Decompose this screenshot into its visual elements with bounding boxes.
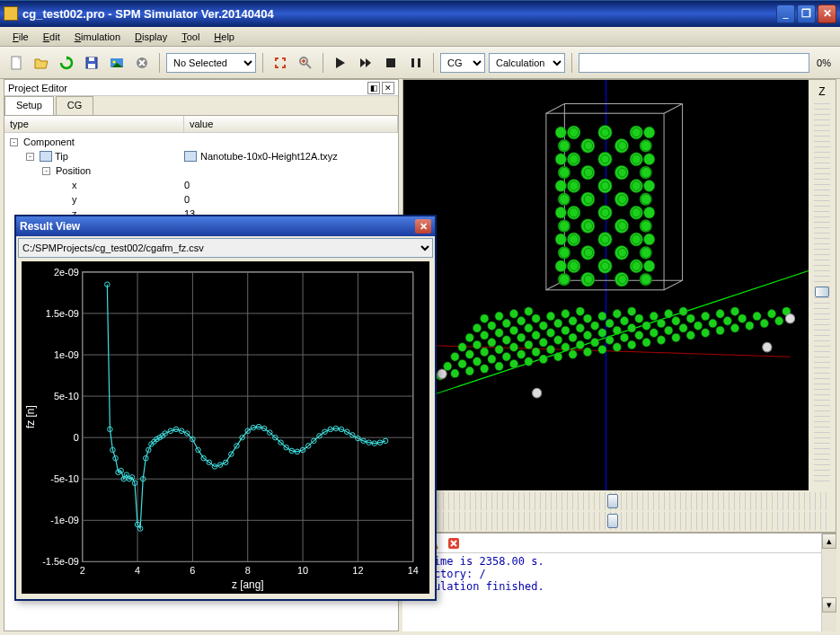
- svg-point-123: [569, 350, 577, 359]
- svg-point-221: [525, 307, 533, 316]
- svg-point-150: [620, 333, 628, 342]
- tab-cg[interactable]: CG: [56, 96, 94, 115]
- minimize-button[interactable]: _: [776, 4, 795, 23]
- tree-row[interactable]: x0: [4, 178, 398, 192]
- z-slider[interactable]: [814, 103, 830, 485]
- x-slider[interactable]: [411, 492, 828, 510]
- result-plot[interactable]: 2468101214-1.5e-09-1e-09-5e-1005e-101e-0…: [22, 261, 429, 594]
- svg-point-210: [473, 324, 481, 333]
- svg-point-55: [570, 181, 579, 190]
- new-button[interactable]: [5, 52, 27, 74]
- svg-text:10: 10: [297, 565, 308, 576]
- svg-point-172: [598, 329, 606, 338]
- svg-point-24: [601, 128, 609, 137]
- open-button[interactable]: [31, 52, 52, 74]
- console-scrollbar[interactable]: ▴ ▾: [821, 534, 836, 631]
- svg-point-112: [618, 275, 626, 284]
- svg-point-78: [560, 221, 570, 232]
- fastforward-button[interactable]: [355, 52, 376, 74]
- result-view-close-button[interactable]: ✕: [415, 219, 431, 234]
- y-slider[interactable]: [411, 512, 828, 530]
- svg-point-40: [601, 154, 609, 163]
- svg-point-177: [672, 317, 680, 326]
- svg-point-50: [644, 181, 655, 192]
- svg-point-173: [613, 326, 621, 335]
- svg-point-34: [644, 154, 655, 165]
- pause-button[interactable]: [405, 52, 427, 74]
- close-button[interactable]: ✕: [818, 4, 836, 23]
- tab-setup[interactable]: Setup: [4, 96, 54, 115]
- menu-tool[interactable]: Tool: [174, 30, 207, 44]
- svg-text:4: 4: [135, 565, 140, 576]
- dock-button[interactable]: ◧: [367, 82, 380, 94]
- svg-point-193: [620, 317, 628, 326]
- svg-point-32: [618, 141, 626, 150]
- result-file-dropdown[interactable]: C:/SPMProjects/cg_test002/cgafm_fz.csv: [18, 238, 433, 258]
- svg-point-170: [569, 333, 577, 342]
- svg-text:0: 0: [74, 432, 79, 443]
- svg-point-146: [561, 343, 570, 352]
- menu-simulation[interactable]: Simulation: [67, 30, 128, 44]
- svg-point-176: [657, 319, 665, 328]
- svg-point-198: [465, 333, 473, 342]
- svg-point-157: [723, 317, 731, 326]
- svg-point-201: [509, 326, 517, 335]
- menu-file[interactable]: File: [5, 30, 36, 44]
- svg-point-163: [465, 350, 473, 359]
- svg-point-139: [458, 359, 466, 368]
- tree-row[interactable]: -Position: [4, 163, 398, 178]
- zoom-reset-button[interactable]: [270, 52, 291, 74]
- svg-point-64: [618, 195, 626, 204]
- solver-dropdown[interactable]: CG: [440, 53, 485, 73]
- svg-point-129: [657, 336, 665, 345]
- svg-point-205: [569, 317, 577, 326]
- svg-point-134: [730, 324, 738, 333]
- svg-point-174: [628, 324, 636, 333]
- mode-dropdown[interactable]: Calculation: [489, 53, 565, 73]
- svg-point-185: [502, 336, 510, 345]
- svg-point-54: [555, 181, 566, 192]
- svg-point-102: [555, 260, 566, 272]
- play-button[interactable]: [330, 52, 351, 74]
- svg-point-30: [560, 141, 570, 152]
- menu-edit[interactable]: Edit: [36, 30, 67, 44]
- svg-point-130: [672, 333, 680, 342]
- zoom-in-button[interactable]: [295, 52, 316, 74]
- console-output[interactable]: PU time is 2358.00 s.directory: / calcul…: [402, 553, 821, 631]
- svg-point-121: [539, 355, 547, 364]
- menu-help[interactable]: Help: [207, 30, 242, 44]
- save-button[interactable]: [81, 52, 102, 74]
- result-view-titlebar[interactable]: Result View ✕: [16, 216, 435, 236]
- tree-row[interactable]: -Component: [4, 135, 398, 149]
- svg-point-143: [517, 350, 526, 359]
- column-type[interactable]: type: [4, 116, 184, 132]
- svg-point-154: [679, 324, 687, 333]
- image-button[interactable]: [106, 52, 128, 74]
- delete-button[interactable]: [131, 52, 153, 74]
- svg-point-160: [767, 310, 775, 319]
- stop-button[interactable]: [380, 52, 402, 74]
- 3d-viewport[interactable]: [403, 80, 809, 490]
- tree-row[interactable]: y0: [4, 192, 398, 207]
- column-value[interactable]: value: [184, 116, 398, 132]
- svg-point-48: [618, 168, 626, 177]
- svg-point-33: [641, 141, 650, 152]
- svg-point-189: [561, 326, 570, 335]
- svg-point-71: [570, 207, 579, 216]
- svg-point-111: [584, 275, 592, 284]
- selection-dropdown[interactable]: No Selected: [166, 53, 256, 73]
- svg-point-79: [584, 222, 592, 231]
- svg-point-153: [665, 326, 673, 335]
- console-stop-button[interactable]: [446, 535, 462, 551]
- tree-row[interactable]: -TipNanotube-10x0-Height12A.txyz: [4, 149, 398, 163]
- refresh-button[interactable]: [56, 52, 77, 74]
- menu-display[interactable]: Display: [128, 30, 174, 44]
- result-view-window[interactable]: Result View ✕ C:/SPMProjects/cg_test002/…: [14, 215, 437, 601]
- maximize-button[interactable]: ❐: [797, 4, 816, 23]
- svg-point-224: [533, 388, 542, 398]
- svg-rect-11: [386, 58, 395, 67]
- svg-point-70: [555, 207, 566, 218]
- panel-close-button[interactable]: ✕: [382, 82, 394, 94]
- svg-text:-1.5e-09: -1.5e-09: [42, 556, 79, 567]
- project-editor-header: Project Editor ◧ ✕: [4, 80, 398, 96]
